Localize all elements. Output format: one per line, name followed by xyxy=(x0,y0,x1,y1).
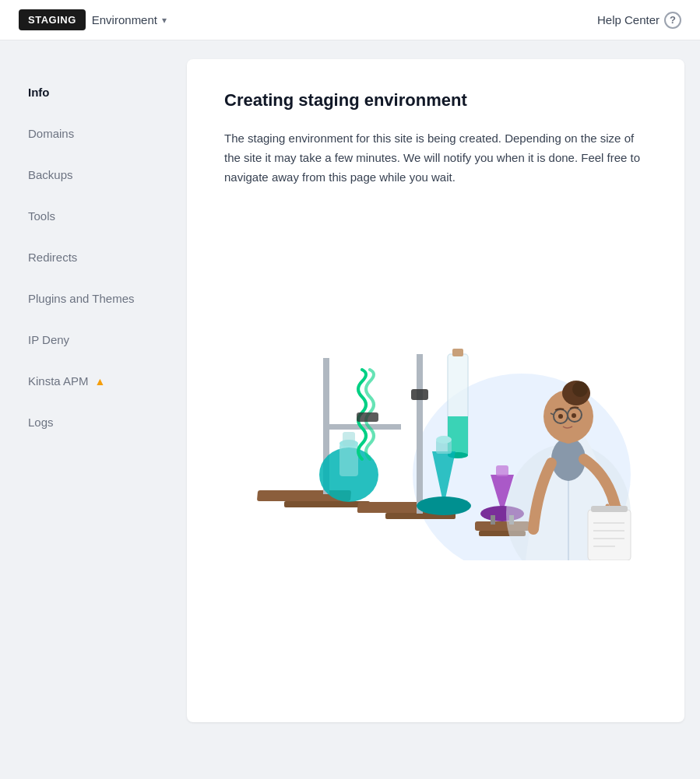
illustration-container xyxy=(224,218,647,576)
help-center-link[interactable]: Help Center ? xyxy=(597,12,681,29)
svg-rect-12 xyxy=(357,412,378,422)
header-left: STAGING Environment ▾ xyxy=(19,9,167,30)
sidebar: Info Domains Backups Tools Redirects Plu… xyxy=(16,59,187,722)
sidebar-item-plugins-themes[interactable]: Plugins and Themes xyxy=(16,278,187,319)
svg-rect-7 xyxy=(417,354,423,514)
staging-badge: STAGING xyxy=(19,9,86,30)
page-title: Creating staging environment xyxy=(224,90,647,111)
chevron-down-icon: ▾ xyxy=(162,15,167,26)
svg-rect-21 xyxy=(496,465,508,476)
svg-point-37 xyxy=(558,414,563,419)
svg-point-32 xyxy=(572,381,588,397)
svg-point-38 xyxy=(572,413,576,418)
sidebar-item-logs[interactable]: Logs xyxy=(16,402,187,443)
sidebar-item-ip-deny[interactable]: IP Deny xyxy=(16,319,187,360)
sidebar-item-kinsta-apm[interactable]: Kinsta APM ▲ xyxy=(16,360,187,402)
svg-rect-42 xyxy=(588,510,631,560)
header: STAGING Environment ▾ Help Center ? xyxy=(0,0,700,40)
sidebar-item-redirects[interactable]: Redirects xyxy=(16,237,187,278)
kinsta-apm-label: Kinsta APM xyxy=(28,374,89,388)
lab-illustration xyxy=(234,233,638,560)
help-circle-icon: ? xyxy=(664,12,681,29)
svg-rect-43 xyxy=(591,506,628,512)
svg-rect-26 xyxy=(411,389,428,400)
environment-label: Environment xyxy=(92,13,157,26)
svg-rect-9 xyxy=(339,444,358,476)
environment-selector[interactable]: Environment ▾ xyxy=(92,13,167,26)
sidebar-item-tools[interactable]: Tools xyxy=(16,195,187,237)
sidebar-item-domains[interactable]: Domains xyxy=(16,113,187,154)
sidebar-item-info[interactable]: Info xyxy=(16,72,187,113)
svg-rect-24 xyxy=(491,515,495,525)
svg-rect-11 xyxy=(343,432,355,446)
svg-point-19 xyxy=(436,436,452,444)
help-center-label: Help Center xyxy=(597,13,660,26)
svg-rect-2 xyxy=(284,501,370,507)
sidebar-item-backups[interactable]: Backups xyxy=(16,154,187,195)
svg-point-17 xyxy=(417,497,471,515)
content-area: Creating staging environment The staging… xyxy=(187,59,684,722)
svg-rect-16 xyxy=(452,349,463,356)
content-description: The staging environment for this site is… xyxy=(224,129,645,187)
main-layout: Info Domains Backups Tools Redirects Plu… xyxy=(0,40,700,741)
warning-triangle-icon: ▲ xyxy=(95,375,106,388)
